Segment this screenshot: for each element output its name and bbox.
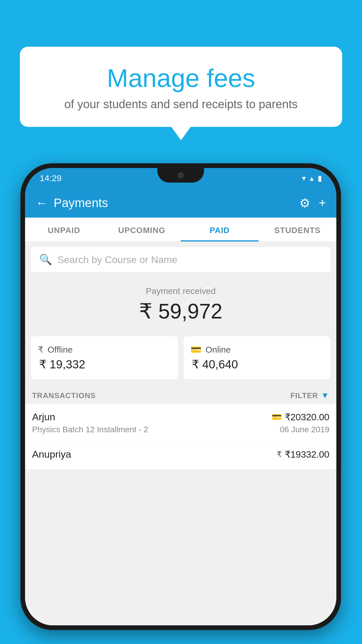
filter-label: FILTER xyxy=(290,391,318,400)
cash-payment-icon: ₹ xyxy=(277,449,282,459)
phone-frame: 14:29 ▾ ▴ ▮ ← Payments ⚙ + UNPAID UPCOMI… xyxy=(20,163,341,630)
settings-button[interactable]: ⚙ xyxy=(299,196,310,210)
offline-label: Offline xyxy=(48,345,73,355)
card-payment-icon: 💳 xyxy=(272,412,282,422)
offline-icon: ₹ xyxy=(38,344,43,355)
transactions-header: TRANSACTIONS FILTER ▼ xyxy=(25,385,336,404)
phone-inner: 14:29 ▾ ▴ ▮ ← Payments ⚙ + UNPAID UPCOMI… xyxy=(25,168,336,625)
app-bar-actions: ⚙ + xyxy=(299,196,326,210)
transaction-amount-wrap: 💳 ₹20320.00 xyxy=(272,412,329,423)
search-bar[interactable]: 🔍 Search by Course or Name xyxy=(31,247,331,272)
online-label: Online xyxy=(205,345,231,355)
online-icon: 💳 xyxy=(191,344,201,355)
back-button[interactable]: ← xyxy=(36,196,48,210)
notch xyxy=(157,168,204,183)
speech-bubble-title: Manage fees xyxy=(34,64,328,92)
transaction-row-1: Arjun 💳 ₹20320.00 xyxy=(32,411,329,423)
filter-icon: ▼ xyxy=(321,391,329,400)
camera-dot xyxy=(178,172,184,178)
transaction-item[interactable]: Anupriya ₹ ₹19332.00 xyxy=(25,442,336,470)
payment-summary: Payment received ₹ 59,972 xyxy=(25,277,336,336)
payment-total-amount: ₹ 59,972 xyxy=(34,299,328,323)
offline-amount: ₹ 19,332 xyxy=(38,358,171,371)
payment-cards-row: ₹ Offline ₹ 19,332 💳 Online ₹ 40,640 xyxy=(25,336,336,385)
tab-students[interactable]: STUDENTS xyxy=(259,218,336,242)
online-card: 💳 Online ₹ 40,640 xyxy=(184,336,331,379)
transaction-amount: ₹20320.00 xyxy=(285,412,329,423)
tab-unpaid[interactable]: UNPAID xyxy=(25,218,103,242)
filter-button[interactable]: FILTER ▼ xyxy=(290,391,329,400)
transaction-amount-wrap: ₹ ₹19332.00 xyxy=(277,449,329,460)
status-icons: ▾ ▴ ▮ xyxy=(302,174,322,183)
transactions-label: TRANSACTIONS xyxy=(32,391,96,400)
signal-icon: ▴ xyxy=(310,174,314,183)
speech-bubble: Manage fees of your students and send re… xyxy=(20,47,342,127)
transaction-item[interactable]: Arjun 💳 ₹20320.00 Physics Batch 12 Insta… xyxy=(25,404,336,442)
transaction-row-1: Anupriya ₹ ₹19332.00 xyxy=(32,449,329,460)
transaction-date: 06 June 2019 xyxy=(280,425,329,434)
status-time: 14:29 xyxy=(40,173,61,183)
offline-card-header: ₹ Offline xyxy=(38,344,171,355)
transaction-amount: ₹19332.00 xyxy=(285,449,329,460)
search-icon: 🔍 xyxy=(39,253,52,266)
tab-upcoming[interactable]: UPCOMING xyxy=(103,218,181,242)
add-button[interactable]: + xyxy=(319,196,326,210)
transaction-row-2: Physics Batch 12 Installment - 2 06 June… xyxy=(32,425,329,434)
battery-icon: ▮ xyxy=(318,174,322,183)
tab-paid[interactable]: PAID xyxy=(181,218,259,242)
app-bar-title: Payments xyxy=(54,196,299,210)
app-bar: ← Payments ⚙ + xyxy=(25,188,336,218)
online-card-header: 💳 Online xyxy=(191,344,324,355)
offline-card: ₹ Offline ₹ 19,332 xyxy=(31,336,178,379)
wifi-icon: ▾ xyxy=(302,174,306,183)
payment-received-label: Payment received xyxy=(34,286,328,296)
transaction-course: Physics Batch 12 Installment - 2 xyxy=(32,425,148,434)
speech-bubble-subtitle: of your students and send receipts to pa… xyxy=(34,98,328,111)
online-amount: ₹ 40,640 xyxy=(191,358,324,371)
status-bar: 14:29 ▾ ▴ ▮ xyxy=(25,168,336,188)
transaction-name: Arjun xyxy=(32,411,55,423)
transaction-name: Anupriya xyxy=(32,449,71,460)
tabs: UNPAID UPCOMING PAID STUDENTS xyxy=(25,218,336,242)
search-placeholder: Search by Course or Name xyxy=(57,254,178,265)
content-area: 🔍 Search by Course or Name Payment recei… xyxy=(25,242,336,625)
